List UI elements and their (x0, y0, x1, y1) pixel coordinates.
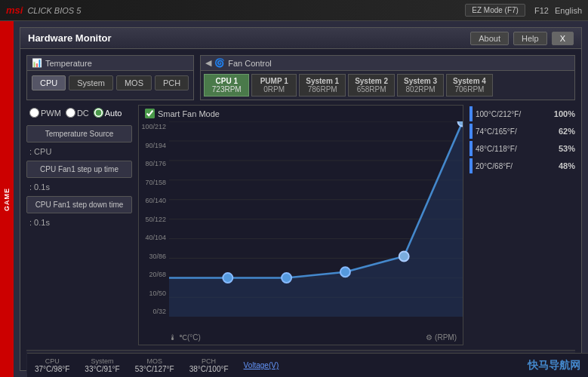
step-down-button[interactable]: CPU Fan1 step down time (26, 196, 132, 213)
legend-bar-1 (469, 124, 473, 139)
status-cpu: CPU 37°C/98°F (35, 357, 69, 373)
mode-radio-group: PWM DC Auto (26, 105, 132, 121)
fan-item-system1[interactable]: System 1 786RPM (299, 74, 346, 97)
temp-source-value: : CPU (26, 147, 132, 156)
legend-bar-3 (469, 158, 473, 173)
top-right-icons: F12 English (534, 6, 582, 15)
top-section: 📊 Temperature CPU System MOS PCH ◀ 🌀 (26, 55, 575, 100)
pwm-radio-label[interactable]: PWM (29, 108, 61, 118)
fan-item-system2[interactable]: System 2 658RPM (348, 74, 395, 97)
voltage-label[interactable]: Voltage(V) (244, 361, 279, 369)
svg-point-15 (399, 251, 409, 261)
left-controls: PWM DC Auto Temperature Source : CPU (26, 105, 132, 345)
system-status-value: 33°C/91°F (85, 365, 119, 373)
tab-cpu[interactable]: CPU (32, 75, 66, 90)
tab-mos[interactable]: MOS (116, 75, 152, 90)
fan-system1-name: System 1 (306, 77, 339, 85)
fan-system4-rpm: 706RPM (453, 85, 486, 93)
hw-content: 📊 Temperature CPU System MOS PCH ◀ 🌀 (20, 49, 581, 370)
close-button[interactable]: X (552, 32, 574, 45)
auto-radio[interactable] (94, 108, 103, 118)
hw-title: Hardware Monitor (28, 32, 112, 44)
svg-point-12 (223, 273, 232, 283)
help-button[interactable]: Help (513, 32, 547, 45)
fan-system4-name: System 4 (453, 77, 486, 85)
status-mos: MOS 53°C/127°F (135, 357, 174, 373)
top-bar-left: msi CLICK BIOS 5 (6, 5, 81, 16)
step-up-button[interactable]: CPU Fan1 step up time (26, 161, 132, 178)
watermark: 快马导航网 (528, 359, 580, 372)
pch-status-label: PCH (202, 357, 216, 365)
pch-status-value: 38°C/100°F (189, 365, 229, 373)
msi-logo: msi (6, 5, 23, 16)
chart-svg (169, 121, 463, 317)
temp-source-button[interactable]: Temperature Source (26, 125, 132, 143)
y-label-6: 40/104 (140, 234, 166, 241)
legend-item-2: 48°C/118°F/ 53% (469, 141, 575, 156)
status-pch: PCH 38°C/100°F (189, 357, 229, 373)
legend-bar-2 (469, 141, 473, 156)
main-area: Hardware Monitor About Help X 📊 Temperat… (14, 21, 588, 377)
fan-system3-name: System 3 (404, 77, 437, 85)
auto-radio-label[interactable]: Auto (94, 108, 122, 118)
chart-header: Smart Fan Mode (139, 106, 463, 121)
fan-item-system3[interactable]: System 3 802RPM (397, 74, 444, 97)
middle-section: PWM DC Auto Temperature Source : CPU (26, 105, 575, 345)
y-label-4: 60/140 (140, 197, 166, 204)
about-button[interactable]: About (470, 32, 509, 45)
chart-area: Smart Fan Mode 100/212 90/194 80/176 70/… (138, 105, 463, 345)
legend-temp-0: 100°C/212°F/ (476, 110, 551, 118)
f12-label: F12 (534, 6, 549, 15)
y-label-1: 90/194 (140, 142, 166, 149)
temp-panel-header: 📊 Temperature (27, 56, 193, 71)
top-bar: msi CLICK BIOS 5 EZ Mode (F7) F12 Englis… (0, 0, 588, 21)
tab-system[interactable]: System (69, 75, 113, 90)
mos-status-value: 53°C/127°F (135, 365, 174, 373)
dc-radio-label[interactable]: DC (66, 108, 89, 118)
legend-item-1: 74°C/165°F/ 62% (469, 124, 575, 139)
fan-unit-icon: ⚙ (426, 333, 433, 342)
temperature-panel: 📊 Temperature CPU System MOS PCH (26, 55, 194, 100)
y-label-8: 20/68 (140, 271, 166, 278)
y-label-7: 30/86 (140, 253, 166, 260)
temperature-icon: 📊 (32, 58, 42, 68)
fan-control-panel: ◀ 🌀 Fan Control CPU 1 723RPM PUMP 1 0RPM (200, 55, 575, 100)
fan-item-cpu1[interactable]: CPU 1 723RPM (204, 74, 249, 97)
step-up-value: : 0.1s (26, 182, 132, 192)
fan-panel-title: Fan Control (228, 59, 271, 68)
game-bar: GAME (0, 21, 14, 377)
svg-point-13 (282, 273, 291, 283)
dc-radio[interactable] (66, 108, 75, 118)
thermometer-icon: 🌡 (169, 333, 177, 342)
svg-point-16 (458, 121, 463, 126)
hw-window-buttons: About Help X (470, 32, 574, 45)
y-label-2: 80/176 (140, 160, 166, 167)
cpu-status-label: CPU (45, 357, 60, 365)
legend-pct-2: 53% (559, 144, 575, 153)
legend-pct-3: 48% (559, 161, 575, 170)
temp-unit-label: 🌡 ℃(°C) (169, 333, 201, 342)
chart-footer: 🌡 ℃(°C) ⚙ (RPM) (139, 332, 463, 345)
fan-cpu1-rpm: 723RPM (211, 85, 242, 93)
status-system: System 33°C/91°F (85, 357, 119, 373)
mos-status-label: MOS (146, 357, 162, 365)
smart-fan-checkbox[interactable] (145, 109, 155, 118)
status-bar: CPU 37°C/98°F System 33°C/91°F MOS 53°C/… (27, 353, 588, 377)
top-bar-right: EZ Mode (F7) F12 English (465, 4, 582, 17)
fan-item-system4[interactable]: System 4 706RPM (446, 74, 493, 97)
hw-titlebar: Hardware Monitor About Help X (20, 28, 581, 49)
fan-pump1-name: PUMP 1 (258, 77, 290, 85)
status-voltage[interactable]: Voltage(V) (244, 361, 279, 369)
temp-tabs: CPU System MOS PCH (27, 71, 193, 95)
legend-item-3: 20°C/68°F/ 48% (469, 158, 575, 173)
fan-grid: CPU 1 723RPM PUMP 1 0RPM System 1 786RPM (201, 71, 574, 100)
legend-temp-2: 48°C/118°F/ (476, 145, 556, 153)
tab-pch[interactable]: PCH (155, 75, 189, 90)
game-bar-label: GAME (3, 188, 11, 211)
pwm-radio[interactable] (29, 108, 39, 118)
cpu-status-value: 37°C/98°F (35, 365, 69, 373)
fan-system2-name: System 2 (355, 77, 388, 85)
fan-item-pump1[interactable]: PUMP 1 0RPM (251, 74, 297, 97)
ez-mode-button[interactable]: EZ Mode (F7) (465, 4, 525, 17)
fan-system1-rpm: 786RPM (306, 85, 339, 93)
